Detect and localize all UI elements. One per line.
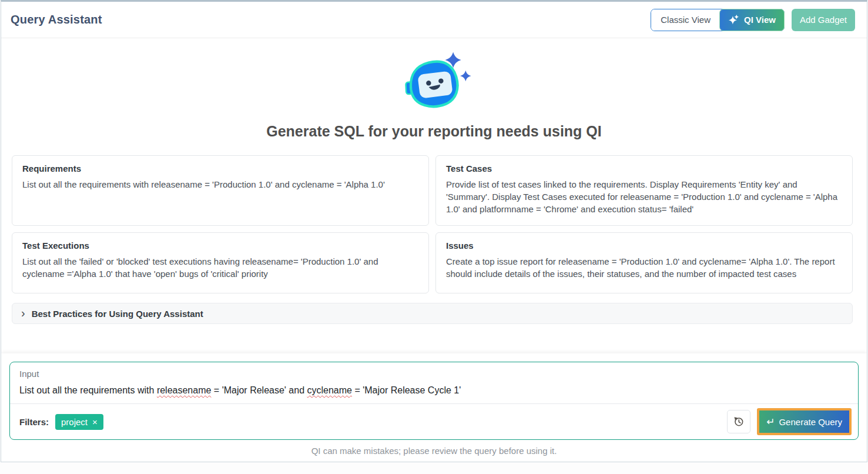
classic-view-button[interactable]: Classic View — [651, 9, 720, 31]
header: Query Assistant Classic View QI View — [1, 2, 867, 38]
filter-tag-project[interactable]: project × — [55, 414, 103, 430]
query-text-segment: List out all the requirements with — [19, 385, 157, 395]
history-button[interactable] — [727, 410, 750, 433]
card-text: Create a top issue report for releasenam… — [446, 255, 842, 280]
input-label: Input — [10, 362, 858, 380]
query-assistant-window: Query Assistant Classic View QI View — [1, 0, 867, 462]
disclaimer-text: QI can make mistakes; please review the … — [9, 440, 859, 460]
best-practices-accordion[interactable]: › Best Practices for Using Query Assista… — [12, 303, 853, 324]
classic-view-label: Classic View — [661, 15, 711, 25]
return-key-icon: ↵ — [766, 417, 775, 427]
query-text-segment: = 'Major Release' and — [211, 385, 307, 395]
header-actions: Classic View QI View Add Gadget — [651, 9, 855, 31]
qi-view-button[interactable]: QI View — [719, 9, 785, 31]
card-title: Issues — [446, 241, 842, 251]
filter-row: Filters: project × — [10, 404, 858, 439]
query-input-box: Input List out all the requirements with… — [9, 362, 859, 440]
card-text: Provide list of test cases linked to the… — [446, 178, 842, 215]
view-toggle-group: Classic View QI View — [651, 9, 785, 31]
add-gadget-label: Add Gadget — [800, 15, 847, 25]
example-card-test-executions[interactable]: Test Executions List out all the 'failed… — [12, 232, 429, 293]
example-card-test-cases[interactable]: Test Cases Provide list of test cases li… — [435, 155, 853, 226]
card-title: Test Executions — [22, 241, 418, 251]
filters-label: Filters: — [16, 417, 49, 427]
main-content: Generate SQL for your reporting needs us… — [1, 38, 867, 462]
example-card-issues[interactable]: Issues Create a top issue report for rel… — [435, 232, 853, 293]
hero-heading: Generate SQL for your reporting needs us… — [1, 123, 867, 140]
input-panel: Input List out all the requirements with… — [1, 353, 867, 462]
filter-tag-label: project — [61, 417, 88, 427]
query-text-misspelled: cyclename — [307, 385, 351, 395]
sparkles-icon — [728, 14, 739, 25]
remove-filter-icon[interactable]: × — [92, 418, 98, 426]
generate-query-highlight-ring: ↵ Generate Query — [757, 408, 852, 435]
example-card-requirements[interactable]: Requirements List out all the requiremen… — [12, 155, 429, 226]
add-gadget-button[interactable]: Add Gadget — [792, 9, 855, 31]
card-text: List out all the 'failed' or 'blocked' t… — [22, 255, 418, 280]
query-input[interactable]: List out all the requirements with relea… — [10, 380, 858, 403]
qi-view-label: QI View — [744, 15, 776, 25]
card-text: List out all the requirements with relea… — [22, 178, 418, 191]
query-text-segment: = 'Major Release Cycle 1' — [352, 385, 461, 395]
generate-query-label: Generate Query — [779, 417, 842, 427]
hero — [1, 50, 867, 115]
chevron-right-icon: › — [21, 307, 25, 319]
history-icon — [733, 416, 745, 428]
best-practices-label: Best Practices for Using Query Assistant — [32, 309, 203, 319]
qi-robot-icon — [397, 50, 472, 115]
example-cards: Requirements List out all the requiremen… — [12, 155, 853, 293]
generate-query-button[interactable]: ↵ Generate Query — [759, 410, 849, 433]
card-title: Requirements — [22, 163, 418, 173]
page-title: Query Assistant — [11, 13, 102, 26]
query-text-misspelled: releasename — [157, 385, 212, 395]
card-title: Test Cases — [446, 163, 842, 173]
